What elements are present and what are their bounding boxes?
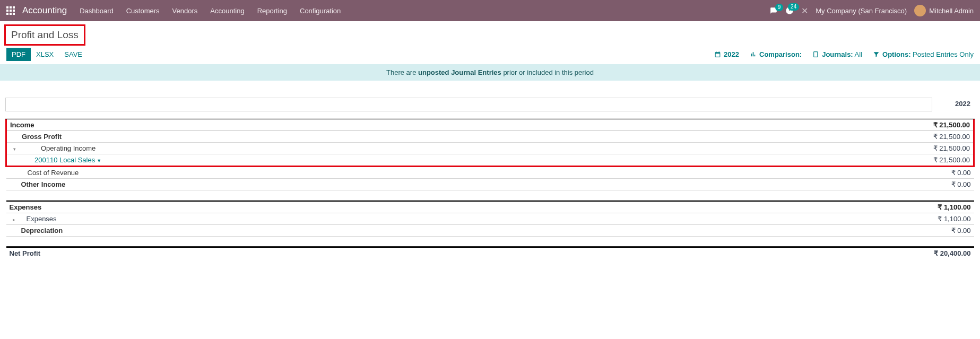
unposted-link[interactable]: unposted Journal Entries — [418, 68, 501, 76]
nav-vendors[interactable]: Vendors — [172, 7, 198, 15]
filter-comparison[interactable]: Comparison: — [750, 50, 802, 58]
nav-configuration[interactable]: Configuration — [300, 7, 341, 15]
activities-badge: 24 — [788, 3, 799, 11]
nav-customers[interactable]: Customers — [126, 7, 160, 15]
book-icon — [812, 51, 819, 58]
row-income[interactable]: Income ₹ 21,500.00 — [6, 119, 974, 131]
filter-date[interactable]: 2022 — [714, 50, 739, 58]
save-button[interactable]: SAVE — [59, 48, 88, 61]
filter-strip: 2022 Comparison: Journals: All Options: … — [714, 50, 974, 58]
app-title[interactable]: Accounting — [22, 5, 67, 16]
filter-icon — [873, 51, 880, 58]
nav-dashboard[interactable]: Dashboard — [80, 7, 114, 15]
row-gross-profit[interactable]: Gross Profit ₹ 21,500.00 — [6, 131, 974, 143]
col-year: 2022 — [932, 98, 975, 111]
chart-icon — [750, 51, 757, 58]
row-expenses-section[interactable]: Expenses ₹ 1,100.00 — [6, 201, 974, 213]
user-menu[interactable]: Mitchell Admin — [914, 5, 974, 16]
xlsx-button[interactable]: XLSX — [31, 48, 59, 61]
row-expenses[interactable]: ▸Expenses ₹ 1,100.00 — [6, 213, 974, 225]
pdf-button[interactable]: PDF — [6, 48, 31, 61]
filter-options[interactable]: Options: Posted Entries Only — [873, 50, 974, 58]
chevron-right-icon[interactable]: ▸ — [13, 217, 18, 222]
control-area: Profit and Loss PDF XLSX SAVE 2022 Compa… — [0, 21, 980, 63]
nav-reporting[interactable]: Reporting — [257, 7, 287, 15]
calendar-icon — [714, 51, 721, 58]
row-net-profit: Net Profit ₹ 20,400.00 — [6, 247, 974, 259]
report-table: Income ₹ 21,500.00 Gross Profit ₹ 21,500… — [5, 118, 975, 259]
unposted-alert: There are unposted Journal Entries prior… — [0, 64, 980, 81]
report-body: 2022 Income ₹ 21,500.00 Gross Profit ₹ 2… — [0, 91, 980, 265]
row-other-income[interactable]: Other Income ₹ 0.00 — [6, 179, 974, 190]
avatar — [914, 5, 926, 16]
filter-journals[interactable]: Journals: All — [812, 50, 862, 58]
activities-icon[interactable]: 24 — [785, 6, 794, 15]
row-local-sales[interactable]: 200110 Local Sales▼ ₹ 21,500.00 — [6, 154, 974, 167]
report-header: 2022 — [5, 98, 975, 111]
close-icon[interactable]: ✕ — [801, 6, 808, 16]
report-search-input[interactable] — [5, 98, 932, 111]
caret-down-icon: ▼ — [97, 158, 101, 163]
account-link-local-sales[interactable]: 200110 Local Sales▼ — [34, 156, 101, 164]
top-nav: Accounting Dashboard Customers Vendors A… — [0, 0, 980, 21]
row-depreciation[interactable]: Depreciation ₹ 0.00 — [6, 225, 974, 237]
row-operating-income[interactable]: ▾Operating Income ₹ 21,500.00 — [6, 143, 974, 154]
chevron-down-icon[interactable]: ▾ — [13, 146, 19, 152]
user-name: Mitchell Admin — [929, 7, 974, 15]
page-title: Profit and Loss — [4, 24, 85, 46]
messages-badge: 9 — [775, 4, 784, 11]
row-cost-revenue[interactable]: Cost of Revenue ₹ 0.00 — [6, 167, 974, 179]
company-switcher[interactable]: My Company (San Francisco) — [816, 7, 907, 15]
topnav-right: 9 24 ✕ My Company (San Francisco) Mitche… — [769, 5, 974, 16]
nav-menu: Dashboard Customers Vendors Accounting R… — [80, 7, 341, 15]
action-row: PDF XLSX SAVE 2022 Comparison: Journals:… — [4, 46, 976, 63]
messages-icon[interactable]: 9 — [769, 7, 778, 14]
nav-accounting[interactable]: Accounting — [210, 7, 244, 15]
apps-icon[interactable] — [6, 6, 15, 15]
